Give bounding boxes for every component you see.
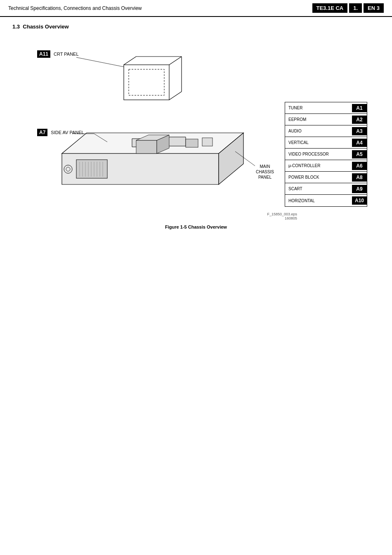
- component-badge: A9: [352, 185, 367, 193]
- component-row: HORIZONTALA10: [285, 195, 367, 206]
- content-area: A11 CRT PANEL A7 SIDE AV PANEL MAIN CHAS…: [0, 34, 392, 238]
- svg-line-6: [169, 92, 182, 100]
- component-name: POWER BLOCK: [285, 173, 352, 181]
- component-name: SCART: [285, 185, 352, 193]
- component-row: TUNERA1: [285, 102, 367, 114]
- diagram-container: A11 CRT PANEL A7 SIDE AV PANEL MAIN CHAS…: [12, 38, 380, 211]
- component-badge: A2: [352, 116, 367, 124]
- component-row: POWER BLOCKA8: [285, 172, 367, 183]
- component-badge: A6: [352, 162, 367, 170]
- component-row: μ-CONTROLLERA6: [285, 160, 367, 172]
- component-badge: A1: [352, 104, 367, 112]
- component-name: VERTICAL: [285, 139, 352, 146]
- component-name: EEPROM: [285, 116, 352, 123]
- chassis-board-drawing: [62, 133, 243, 184]
- component-name: AUDIO: [285, 127, 352, 135]
- section-heading: 1.3 Chassis Overview: [0, 17, 392, 34]
- component-row: AUDIOA3: [285, 125, 367, 137]
- svg-rect-1: [129, 69, 164, 95]
- component-row: VIDEO PROCESSORA5: [285, 149, 367, 160]
- chassis-diagram-svg: [12, 38, 301, 211]
- section-number: 1.3: [12, 24, 20, 30]
- file-reference: F_15850_003.eps 160805: [12, 212, 380, 220]
- svg-rect-29: [202, 138, 213, 146]
- component-name: HORIZONTAL: [285, 197, 352, 205]
- header-number: 1.: [349, 3, 362, 13]
- header-badge: TE3.1E CA: [312, 3, 348, 13]
- header-en: EN 3: [364, 3, 384, 13]
- svg-rect-0: [124, 65, 169, 100]
- component-name: TUNER: [285, 104, 352, 112]
- component-name: μ-CONTROLLER: [285, 162, 352, 170]
- component-badge: A10: [352, 196, 367, 205]
- component-badge: A8: [352, 173, 367, 182]
- svg-marker-25: [136, 140, 157, 154]
- svg-line-3: [169, 57, 182, 65]
- figure-caption: Figure 1-5 Chassis Overview: [12, 224, 380, 229]
- component-row: EEPROMA2: [285, 114, 367, 125]
- section-title: Chassis Overview: [23, 24, 68, 30]
- component-badge: A3: [352, 127, 367, 135]
- component-row: SCARTA9: [285, 183, 367, 195]
- svg-line-2: [124, 57, 136, 65]
- component-badge: A5: [352, 150, 367, 158]
- crt-panel-drawing: [76, 57, 182, 100]
- component-list: TUNERA1EEPROMA2AUDIOA3VERTICALA4VIDEO PR…: [285, 102, 367, 207]
- component-name: VIDEO PROCESSOR: [285, 150, 352, 158]
- component-badge: A4: [352, 139, 367, 147]
- header-title: Technical Specifications, Connections an…: [8, 5, 308, 11]
- component-row: VERTICALA4: [285, 137, 367, 149]
- svg-line-7: [76, 57, 124, 67]
- page-header: Technical Specifications, Connections an…: [0, 0, 392, 17]
- svg-rect-28: [186, 139, 198, 147]
